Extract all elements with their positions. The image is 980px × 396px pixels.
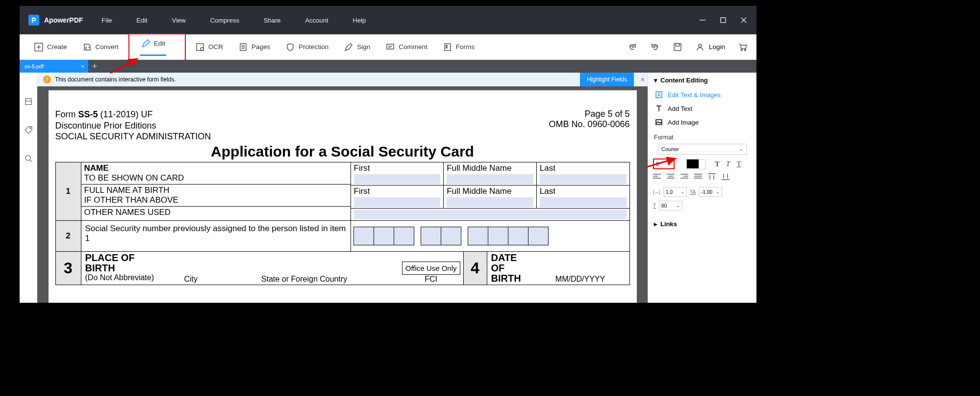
user-icon xyxy=(695,42,705,52)
other-names-field[interactable] xyxy=(354,210,627,219)
svg-rect-19 xyxy=(674,44,681,51)
document-viewport[interactable]: Form SS-5 (11-2019) UF Discontinue Prior… xyxy=(37,86,648,303)
pages-button[interactable]: Pages xyxy=(233,40,276,54)
svg-point-21 xyxy=(699,44,702,47)
svg-rect-1 xyxy=(721,18,726,23)
menu-file[interactable]: File xyxy=(101,17,112,24)
birth-last-field[interactable] xyxy=(540,197,627,207)
align-justify-icon[interactable] xyxy=(694,173,702,180)
birth-middle-field[interactable] xyxy=(447,197,533,207)
chevron-down-icon: ▾ xyxy=(654,77,657,84)
last-name-field[interactable] xyxy=(540,174,627,184)
align-center-icon[interactable] xyxy=(667,173,675,180)
close-button[interactable] xyxy=(740,16,748,24)
save-icon[interactable] xyxy=(673,42,682,52)
title-bar: P ApowerPDF File Edit View Compress Shar… xyxy=(20,6,756,34)
align-top-icon[interactable] xyxy=(708,173,716,180)
convert-button[interactable]: Convert xyxy=(77,40,125,54)
tab-bar: ss-5.pdf × + xyxy=(20,60,756,73)
menu-edit[interactable]: Edit xyxy=(136,17,147,24)
thumbnails-icon[interactable] xyxy=(24,97,33,106)
tab-add-button[interactable]: + xyxy=(88,60,101,73)
menu-bar: File Edit View Compress Share Account He… xyxy=(101,17,366,24)
tags-icon[interactable] xyxy=(24,126,33,134)
content-editing-header[interactable]: ▾ Content Editing xyxy=(648,73,756,88)
image-icon xyxy=(655,118,663,126)
scale-icon: T xyxy=(653,203,656,209)
birth-first-field[interactable] xyxy=(354,197,441,207)
first-name-field[interactable] xyxy=(354,174,441,184)
line-height-input[interactable]: -1.00⌄ xyxy=(699,187,722,197)
svg-point-23 xyxy=(745,49,746,51)
pages-icon xyxy=(239,43,248,52)
comment-icon xyxy=(386,43,395,52)
redo-icon[interactable] xyxy=(628,42,637,52)
italic-button[interactable]: T xyxy=(724,159,732,168)
plus-icon xyxy=(34,43,43,52)
login-button[interactable]: Login xyxy=(695,42,725,52)
search-icon[interactable] xyxy=(24,154,33,163)
svg-point-26 xyxy=(30,128,31,129)
toolbar: Create Convert Edit OCR Pages Protection… xyxy=(20,34,756,60)
format-header: Format xyxy=(648,129,756,144)
forms-icon xyxy=(443,43,452,52)
notification-close-icon[interactable]: × xyxy=(641,76,645,83)
warning-icon: ! xyxy=(43,76,51,83)
create-button[interactable]: Create xyxy=(28,40,73,54)
align-bottom-icon[interactable] xyxy=(722,173,729,180)
undo-icon[interactable] xyxy=(650,42,660,52)
svg-point-22 xyxy=(741,49,743,51)
align-left-icon[interactable] xyxy=(653,173,661,180)
menu-account[interactable]: Account xyxy=(305,17,328,24)
font-color-picker[interactable] xyxy=(686,159,699,169)
document-tab[interactable]: ss-5.pdf × xyxy=(20,60,88,73)
ocr-button[interactable]: OCR xyxy=(190,40,229,54)
svg-rect-24 xyxy=(25,99,31,105)
add-image-button[interactable]: Add Image xyxy=(648,115,756,129)
left-rail xyxy=(20,73,37,303)
ocr-icon xyxy=(196,43,204,52)
menu-help[interactable]: Help xyxy=(353,17,366,24)
text-icon xyxy=(655,105,663,112)
svg-rect-18 xyxy=(446,47,447,48)
comment-button[interactable]: Comment xyxy=(380,40,433,54)
edit-text-images-button[interactable]: A Edit Text & Images xyxy=(648,88,756,102)
svg-point-27 xyxy=(25,156,30,160)
add-text-button[interactable]: Add Text xyxy=(648,102,756,115)
svg-rect-20 xyxy=(676,44,679,46)
convert-icon xyxy=(83,43,92,52)
edit-button[interactable]: Edit xyxy=(135,36,171,51)
forms-button[interactable]: Forms xyxy=(437,40,480,54)
chevron-right-icon: ▸ xyxy=(654,220,657,228)
menu-compress[interactable]: Compress xyxy=(210,17,239,24)
svg-rect-7 xyxy=(197,44,203,51)
line-height-icon: TA xyxy=(690,189,696,195)
minimize-button[interactable] xyxy=(699,16,706,24)
align-right-icon[interactable] xyxy=(680,173,688,180)
protection-button[interactable]: Protection xyxy=(280,40,334,54)
tab-close-icon[interactable]: × xyxy=(81,63,84,69)
chevron-down-icon: ⌄ xyxy=(739,147,743,152)
document-title: Application for a Social Security Card xyxy=(55,143,630,160)
cart-icon[interactable] xyxy=(738,42,748,52)
font-select[interactable]: Courier⌄ xyxy=(653,144,752,155)
middle-name-field[interactable] xyxy=(447,174,533,184)
maximize-button[interactable] xyxy=(719,16,727,24)
menu-share[interactable]: Share xyxy=(264,17,281,24)
sign-button[interactable]: Sign xyxy=(338,40,376,54)
char-spacing-input[interactable]: 1.0⌄ xyxy=(663,187,687,197)
section-2-number: 2 xyxy=(55,220,81,251)
underline-button[interactable]: T xyxy=(734,159,743,168)
scale-input[interactable]: 80⌄ xyxy=(659,201,682,211)
links-header[interactable]: ▸ Links xyxy=(648,216,756,232)
svg-point-8 xyxy=(201,48,203,51)
font-size-input[interactable]: 8⌄ xyxy=(653,158,675,169)
section-4-number: 4 xyxy=(464,252,487,285)
section-3-number: 3 xyxy=(56,252,81,285)
highlight-fields-button[interactable]: Highlight Fields xyxy=(580,73,634,86)
shield-icon xyxy=(286,43,295,52)
menu-view[interactable]: View xyxy=(172,17,186,24)
notification-text: This document contains interactive form … xyxy=(55,76,176,83)
svg-line-28 xyxy=(30,160,32,162)
bold-button[interactable]: T xyxy=(713,159,722,168)
